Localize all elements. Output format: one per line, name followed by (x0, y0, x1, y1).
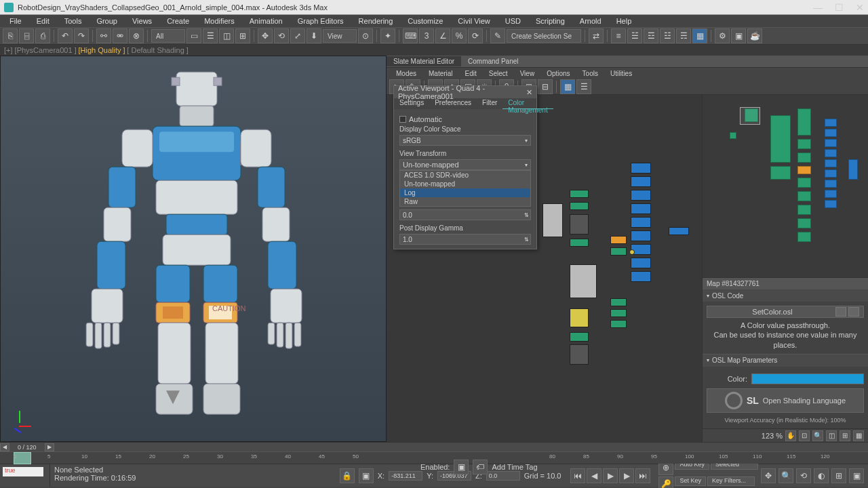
render-icon[interactable]: ☕ (747, 28, 762, 43)
bind-icon[interactable]: ⊗ (129, 28, 144, 43)
select-region-icon[interactable]: ◫ (219, 28, 234, 43)
node[interactable] (631, 203, 651, 214)
tab-filter[interactable]: Filter (477, 98, 502, 109)
move-icon[interactable]: ✥ (258, 28, 273, 43)
tab-slate-material[interactable]: Slate Material Editor (387, 56, 461, 66)
node[interactable] (570, 344, 589, 365)
named-selection[interactable]: Create Selection Se (507, 29, 581, 43)
dialog-titlebar[interactable]: Active Viewport - Quad 4 - PhysCamera001… (394, 86, 536, 98)
snap-icon[interactable]: 3 (419, 28, 434, 43)
osl-file-field[interactable]: SetColor.osl (707, 306, 864, 318)
render-setup-icon[interactable]: ⚙ (715, 28, 730, 43)
menu-tools[interactable]: Tools (58, 16, 89, 26)
align-icon[interactable]: ≡ (611, 28, 626, 43)
maxscript-listener[interactable]: true (3, 467, 43, 476)
post-display-gamma-spinner[interactable]: 1.0 (399, 234, 531, 245)
node[interactable] (610, 320, 627, 328)
node-dot[interactable] (629, 249, 635, 255)
redo-icon[interactable]: ↷ (74, 28, 89, 43)
prev-frame-icon[interactable]: ◀ (587, 468, 601, 483)
menu-modifiers[interactable]: Modifiers (197, 16, 241, 26)
selection-filter[interactable]: All (151, 29, 185, 43)
link-icon[interactable]: ⚯ (96, 28, 111, 43)
tab-color-management[interactable]: Color Management (502, 98, 553, 109)
setkey-button[interactable]: Set Key (675, 476, 706, 486)
viewport-status[interactable]: [+] [PhysCamera001 ] [High Quality ] [ D… (0, 45, 868, 56)
open-icon[interactable]: ⌸ (19, 28, 34, 43)
node[interactable] (570, 190, 589, 198)
node[interactable] (631, 230, 651, 241)
goto-end-icon[interactable]: ⏭ (635, 468, 650, 483)
enabled-icon[interactable]: ▣ (454, 460, 469, 474)
node[interactable] (631, 190, 651, 201)
x-coord[interactable]: -831.211 (389, 471, 422, 481)
menu-civil-view[interactable]: Civil View (451, 16, 496, 26)
osl-edit-icon[interactable] (835, 307, 846, 317)
tab-preferences[interactable]: Preferences (429, 98, 477, 109)
next-key-icon[interactable]: ▶ (45, 443, 54, 451)
ref-coord-dropdown[interactable]: View (323, 29, 357, 43)
set-key-icon[interactable]: 🔑 (658, 476, 673, 489)
subtab-tools[interactable]: Tools (577, 69, 604, 78)
menu-edit[interactable]: Edit (30, 16, 56, 26)
menu-animation[interactable]: Animation (243, 16, 290, 26)
color-swatch[interactable] (751, 373, 864, 384)
node[interactable] (610, 247, 627, 256)
node[interactable] (610, 236, 627, 244)
nav-extents-icon[interactable]: ⊞ (831, 468, 846, 483)
nav-maximize-icon[interactable]: ▣ (849, 468, 864, 483)
zoom-hand-icon[interactable]: ✋ (785, 430, 796, 441)
vt-option[interactable]: Log (400, 188, 530, 197)
rotate-icon[interactable]: ⟲ (274, 28, 289, 43)
node[interactable] (610, 298, 627, 306)
subtab-material[interactable]: Material (423, 69, 458, 78)
vt-option[interactable]: Raw (400, 197, 530, 206)
osl-reload-icon[interactable] (848, 307, 859, 317)
node[interactable] (631, 258, 651, 268)
node[interactable] (570, 332, 589, 342)
tab-command-panel[interactable]: Command Panel (461, 56, 525, 66)
node[interactable] (631, 217, 651, 228)
mirror-icon[interactable]: ⇄ (589, 28, 604, 43)
menu-create[interactable]: Create (160, 16, 196, 26)
play-icon[interactable]: ▶ (603, 468, 618, 483)
subtab-options[interactable]: Options (541, 69, 575, 78)
close-button[interactable]: ✕ (856, 3, 864, 12)
lock-icon[interactable]: 🔒 (340, 468, 355, 483)
zoom-region-icon[interactable]: ◫ (826, 430, 837, 441)
subtab-utilities[interactable]: Utilities (605, 69, 637, 78)
subtab-edit[interactable]: Edit (460, 69, 482, 78)
pivot-icon[interactable]: ⊙ (358, 28, 373, 43)
prev-key-icon[interactable]: ◀ (0, 443, 9, 451)
node[interactable] (631, 163, 651, 174)
rollout-osl-code[interactable]: OSL Code (703, 289, 868, 302)
nav-orbit-icon[interactable]: ⟲ (796, 468, 811, 483)
node[interactable] (570, 239, 589, 247)
manipulate-icon[interactable]: ✦ (380, 28, 395, 43)
view-transform-dropdown[interactable]: Un-tone-mapped ACES 1.0 SDR-videoUn-tone… (399, 159, 531, 170)
layout2-icon[interactable]: ⊟ (538, 79, 553, 94)
time-tag-icon[interactable]: 🏷 (473, 460, 488, 474)
node[interactable] (570, 202, 589, 210)
vt-option[interactable]: Un-tone-mapped (400, 180, 530, 188)
exposure-spinner[interactable]: 0.0 (399, 209, 531, 220)
zoom-fit-icon[interactable]: ⊡ (799, 430, 810, 441)
undo-icon[interactable]: ↶ (58, 28, 73, 43)
nav-zoom-icon[interactable]: 🔍 (778, 468, 793, 483)
node[interactable] (610, 309, 627, 317)
node[interactable] (669, 227, 689, 235)
unlink-icon[interactable]: ⚮ (113, 28, 127, 43)
new-icon[interactable]: ⎘ (3, 28, 18, 43)
material-editor-icon[interactable]: ▦ (692, 28, 707, 43)
subtab-view[interactable]: View (515, 69, 540, 78)
rollout-osl-params[interactable]: OSL Map Parameters (703, 354, 868, 367)
add-time-tag[interactable]: Add Time Tag (492, 463, 537, 471)
spinner-snap-icon[interactable]: ⟳ (468, 28, 483, 43)
placement-icon[interactable]: ⬇ (307, 28, 321, 43)
schematic-icon[interactable]: ☴ (676, 28, 691, 43)
nav-fov-icon[interactable]: ◐ (814, 468, 829, 483)
subtab-select[interactable]: Select (484, 69, 513, 78)
list-icon[interactable]: ☰ (576, 79, 591, 94)
angle-snap-icon[interactable]: ∠ (435, 28, 450, 43)
vt-option[interactable]: ACES 1.0 SDR-video (400, 171, 530, 180)
